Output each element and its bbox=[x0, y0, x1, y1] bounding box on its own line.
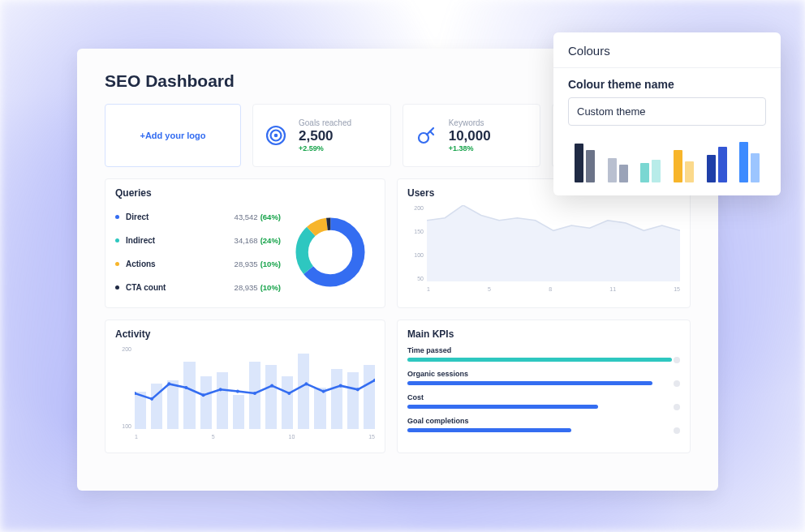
axis-tick: 50 bbox=[407, 276, 424, 281]
kpi-label: Organic sessions bbox=[407, 370, 680, 378]
query-name: Actions bbox=[126, 260, 235, 268]
swatch-pair[interactable] bbox=[603, 158, 633, 182]
query-percent: (64%) bbox=[260, 212, 281, 221]
swatch-bar bbox=[751, 153, 760, 182]
colour-theme-input[interactable] bbox=[568, 97, 766, 126]
query-percent: (24%) bbox=[260, 236, 281, 245]
swatch-bar bbox=[674, 150, 682, 182]
goals-value: 2,500 bbox=[299, 128, 351, 144]
svg-point-15 bbox=[219, 388, 222, 391]
target-icon bbox=[263, 122, 289, 148]
kpi-end-dot-icon bbox=[674, 380, 680, 387]
axis-tick: 15 bbox=[368, 434, 375, 444]
svg-line-5 bbox=[430, 131, 433, 135]
svg-point-14 bbox=[202, 393, 205, 397]
users-card: Users 20015010050 1581115 bbox=[397, 178, 691, 308]
activity-y-axis: 200100 bbox=[115, 346, 131, 429]
axis-tick: 1 bbox=[135, 434, 138, 444]
query-value: 34,168 bbox=[235, 236, 258, 245]
svg-point-18 bbox=[270, 384, 273, 388]
goals-delta: +2.59% bbox=[299, 144, 351, 152]
queries-list: Direct43,542(64%)Indirect34,168(24%)Acti… bbox=[115, 205, 286, 299]
query-row: Actions28,935(10%) bbox=[115, 260, 281, 268]
swatch-bar bbox=[619, 165, 628, 182]
activity-x-axis: 151015 bbox=[135, 434, 375, 444]
query-row: Direct43,542(64%) bbox=[115, 212, 281, 221]
keywords-label: Keywords bbox=[449, 118, 491, 127]
query-row: Indirect34,168(24%) bbox=[115, 236, 281, 245]
kpi-card: Main KPIs Time passedOrganic sessionsCos… bbox=[397, 320, 691, 453]
queries-title: Queries bbox=[115, 187, 375, 199]
kpi-label: Goal completions bbox=[407, 417, 680, 425]
colours-header: Colours bbox=[553, 32, 781, 68]
kpi-label: Time passed bbox=[407, 346, 680, 354]
query-percent: (10%) bbox=[260, 260, 281, 268]
kpi-track bbox=[407, 405, 680, 409]
axis-tick: 8 bbox=[549, 286, 552, 296]
users-x-axis: 1581115 bbox=[427, 286, 680, 296]
axis-tick: 100 bbox=[115, 423, 131, 429]
swatch-bar bbox=[608, 158, 617, 182]
swatch-bar bbox=[718, 147, 727, 182]
legend-dot-icon bbox=[115, 215, 119, 219]
kpi-item: Cost bbox=[407, 393, 680, 409]
legend-dot-icon bbox=[115, 238, 119, 242]
activity-line bbox=[135, 346, 375, 429]
keywords-delta: +1.38% bbox=[449, 144, 491, 152]
query-percent: (10%) bbox=[260, 283, 281, 292]
colour-theme-label: Colour theme name bbox=[568, 78, 766, 91]
swatch-bar bbox=[586, 150, 595, 182]
svg-point-22 bbox=[339, 384, 342, 388]
query-value: 28,935 bbox=[235, 283, 258, 292]
users-plot bbox=[427, 205, 680, 281]
axis-tick: 11 bbox=[609, 286, 616, 296]
kpi-fill bbox=[407, 358, 672, 362]
bottom-row: Activity 200100 151015 Main KPIs Time pa… bbox=[105, 320, 691, 453]
kpi-item: Organic sessions bbox=[407, 370, 680, 385]
kpi-item: Time passed bbox=[407, 346, 680, 362]
colour-swatch-preview bbox=[568, 139, 766, 182]
swatch-pair[interactable] bbox=[734, 142, 764, 182]
kpi-end-dot-icon bbox=[674, 357, 680, 363]
svg-point-16 bbox=[236, 390, 239, 393]
svg-point-2 bbox=[274, 134, 278, 138]
kpi-item: Goal completions bbox=[407, 417, 680, 432]
swatch-bar bbox=[707, 155, 716, 182]
swatch-pair[interactable] bbox=[570, 144, 600, 182]
swatch-bar bbox=[575, 144, 583, 182]
query-name: Indirect bbox=[126, 236, 235, 245]
swatch-bar bbox=[640, 163, 649, 182]
kpi-end-dot-icon bbox=[674, 404, 680, 410]
keywords-metric-card: Keywords 10,000 +1.38% bbox=[402, 104, 541, 167]
users-y-axis: 20015010050 bbox=[407, 205, 424, 281]
swatch-pair[interactable] bbox=[702, 147, 732, 182]
kpi-label: Cost bbox=[407, 393, 680, 401]
swatch-pair[interactable] bbox=[635, 160, 665, 182]
kpi-title: Main KPIs bbox=[407, 328, 680, 340]
axis-tick: 10 bbox=[289, 434, 295, 444]
goals-label: Goals reached bbox=[299, 118, 351, 127]
axis-tick: 5 bbox=[488, 286, 491, 296]
swatch-bar bbox=[739, 142, 748, 182]
svg-point-23 bbox=[356, 388, 359, 391]
kpi-fill bbox=[407, 381, 652, 385]
kpi-end-dot-icon bbox=[674, 427, 680, 434]
svg-point-11 bbox=[150, 397, 153, 401]
axis-tick: 200 bbox=[407, 205, 424, 211]
goals-metric-card: Goals reached 2,500 +2.59% bbox=[252, 104, 391, 167]
axis-tick: 200 bbox=[115, 346, 131, 352]
swatch-pair[interactable] bbox=[669, 150, 699, 182]
activity-card: Activity 200100 151015 bbox=[105, 320, 385, 453]
kpi-list: Time passedOrganic sessionsCostGoal comp… bbox=[407, 346, 680, 432]
add-logo-button[interactable]: +Add your logo bbox=[105, 104, 241, 167]
colours-panel: Colours Colour theme name bbox=[553, 32, 781, 195]
svg-point-19 bbox=[287, 392, 291, 395]
mid-row: Queries Direct43,542(64%)Indirect34,168(… bbox=[105, 178, 691, 308]
keywords-value: 10,000 bbox=[449, 128, 491, 144]
activity-title: Activity bbox=[115, 328, 375, 340]
swatch-bar bbox=[652, 160, 661, 182]
svg-point-13 bbox=[184, 386, 187, 389]
axis-tick: 150 bbox=[407, 229, 424, 234]
svg-point-21 bbox=[322, 390, 325, 393]
kpi-fill bbox=[407, 405, 598, 409]
